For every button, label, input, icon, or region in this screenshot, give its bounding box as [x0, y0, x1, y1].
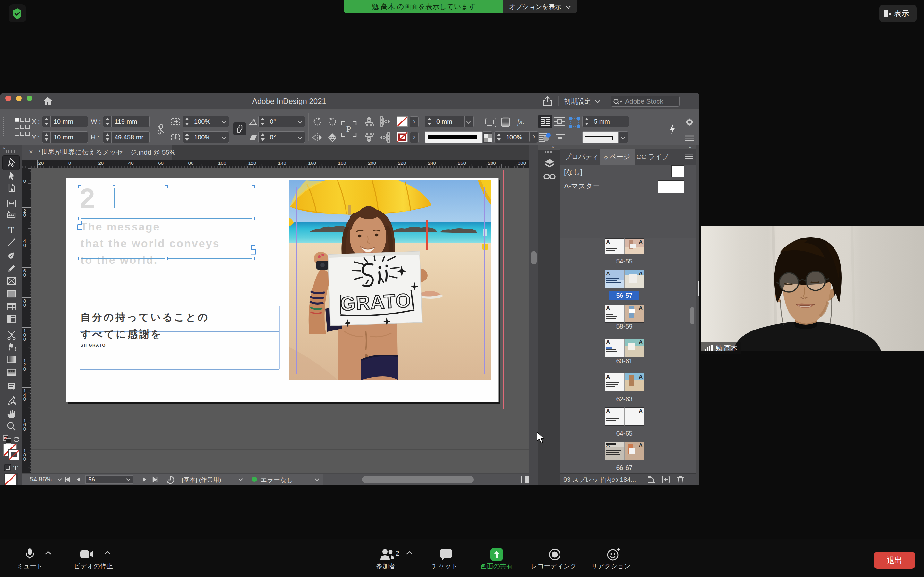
- svg-text:P: P: [347, 124, 351, 134]
- svg-text:T: T: [13, 464, 18, 472]
- svg-text:T: T: [8, 224, 14, 235]
